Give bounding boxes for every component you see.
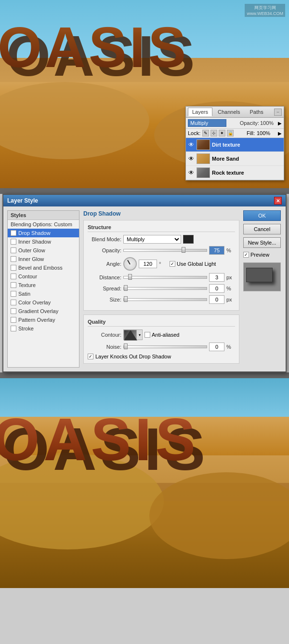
size-slider-thumb[interactable]: [124, 296, 128, 302]
layer-style-dialog: Layer Style ✕ Styles Blending Options: C…: [2, 194, 287, 372]
inner-glow-item[interactable]: Inner Glow: [8, 255, 79, 263]
spread-slider-thumb[interactable]: [124, 285, 128, 291]
angle-row: Angle: 120 ° ✓ Use Global Light: [88, 257, 235, 271]
stroke-label: Stroke: [18, 326, 34, 331]
layer-knocks-checkbox[interactable]: ✓: [88, 354, 93, 359]
lock-label: Lock:: [188, 130, 200, 136]
contour-item[interactable]: Contour: [8, 272, 79, 281]
noise-slider-thumb[interactable]: [124, 343, 128, 349]
stroke-item[interactable]: Stroke: [8, 324, 79, 333]
blend-mode-dropdown[interactable]: Multiply: [123, 235, 181, 244]
texture-item[interactable]: Texture: [8, 281, 79, 289]
angle-value-box[interactable]: 120: [139, 260, 157, 268]
cancel-button[interactable]: Cancel: [243, 224, 281, 234]
lock-icon-1[interactable]: ✎: [202, 130, 209, 137]
layer-thumb-dirt: [197, 139, 210, 150]
satin-item[interactable]: Satin: [8, 289, 79, 298]
lock-icon-4[interactable]: 🔒: [227, 130, 234, 137]
pattern-overlay-label: Pattern Overlay: [18, 317, 55, 323]
opacity-arrow[interactable]: ▶: [278, 121, 282, 126]
layer-thumb-sand: [197, 153, 210, 164]
pattern-overlay-item[interactable]: Pattern Overlay: [8, 315, 79, 324]
blend-mode-color-swatch[interactable]: [183, 235, 194, 244]
color-overlay-item[interactable]: Color Overlay: [8, 298, 79, 307]
bevel-emboss-label: Bevel and Emboss: [18, 265, 63, 271]
preview-box: [246, 268, 273, 282]
contour-preview[interactable]: [123, 329, 137, 340]
tab-layers[interactable]: Layers: [188, 108, 212, 116]
inner-glow-label: Inner Glow: [18, 256, 44, 262]
layer-eye-rock[interactable]: 👁: [188, 169, 195, 176]
layer-row-sand[interactable]: 👁 More Sand: [186, 152, 284, 166]
structure-group-title: Structure: [88, 224, 235, 232]
angle-label: Angle:: [88, 261, 121, 267]
gradient-overlay-checkbox[interactable]: [11, 308, 16, 314]
contour-setting-label: Contour:: [88, 332, 121, 338]
contour-checkbox[interactable]: [11, 274, 16, 279]
settings-area: Drop Shadow Structure Blend Mode: Multip…: [83, 210, 239, 368]
inner-shadow-checkbox[interactable]: [11, 239, 16, 245]
inner-shadow-label: Inner Shadow: [18, 239, 51, 245]
texture-checkbox[interactable]: [11, 282, 16, 288]
drop-shadow-checkbox[interactable]: ✓: [11, 230, 16, 236]
layer-row-rock[interactable]: 👁 Rock texture: [186, 166, 284, 180]
outer-glow-checkbox[interactable]: [11, 247, 16, 253]
distance-row: Distance: 3 px: [88, 273, 235, 282]
tab-channels[interactable]: Channels: [213, 108, 244, 116]
fill-arrow[interactable]: ▶: [278, 131, 282, 136]
preview-checkbox[interactable]: ✓: [243, 252, 249, 258]
layer-eye-dirt[interactable]: 👁: [188, 141, 195, 148]
gradient-overlay-label: Gradient Overlay: [18, 308, 58, 314]
new-style-button[interactable]: New Style...: [243, 237, 281, 248]
angle-dial[interactable]: [123, 257, 137, 271]
noise-row: Noise: 0 %: [88, 343, 235, 351]
distance-slider[interactable]: [123, 276, 207, 279]
layer-row-dirt[interactable]: 👁 Dirt texture: [186, 138, 284, 152]
outer-glow-item[interactable]: Outer Glow: [8, 246, 79, 255]
styles-panel: Styles Blending Options: Custom ✓ Drop S…: [7, 210, 79, 368]
blend-mode-select[interactable]: Multiply: [188, 119, 226, 127]
ok-button[interactable]: OK: [243, 210, 281, 221]
spread-value-box[interactable]: 0: [209, 284, 224, 293]
dialog-title: Layer Style: [7, 197, 38, 204]
noise-value-box[interactable]: 0: [209, 343, 224, 351]
tab-paths[interactable]: Paths: [246, 108, 268, 116]
layers-panel-close[interactable]: −: [274, 109, 282, 116]
noise-slider[interactable]: [123, 345, 207, 348]
fill-value: 100%: [257, 130, 276, 136]
spread-slider[interactable]: [123, 287, 207, 290]
bevel-emboss-item[interactable]: Bevel and Emboss: [8, 263, 79, 272]
inner-shadow-item[interactable]: Inner Shadow: [8, 237, 79, 246]
opacity-slider-thumb[interactable]: [182, 247, 185, 253]
distance-slider-thumb[interactable]: [128, 274, 132, 280]
opacity-value-box[interactable]: 75: [209, 246, 224, 255]
styles-header-item[interactable]: Styles: [8, 211, 79, 220]
opacity-slider[interactable]: [123, 249, 207, 252]
top-image-section: OASIS OASIS Layers Channels Paths − Mult…: [0, 0, 289, 188]
texture-label: Texture: [18, 282, 36, 288]
lock-icon-2[interactable]: ⊹: [210, 130, 217, 137]
pattern-overlay-checkbox[interactable]: [11, 317, 16, 323]
size-slider[interactable]: [123, 298, 207, 301]
dialog-close-button[interactable]: ✕: [274, 197, 282, 205]
contour-dropdown-arrow[interactable]: ▾: [137, 329, 143, 340]
oasis-bottom-main: OASIS: [0, 405, 199, 474]
blending-options-item[interactable]: Blending Options: Custom: [8, 220, 79, 229]
inner-glow-checkbox[interactable]: [11, 256, 16, 262]
layer-eye-sand[interactable]: 👁: [188, 155, 195, 162]
lock-icon-3[interactable]: ✦: [219, 130, 225, 137]
size-value-box[interactable]: 0: [209, 295, 224, 304]
distance-value-box[interactable]: 3: [209, 273, 224, 282]
dialog-titlebar: Layer Style ✕: [3, 195, 286, 206]
satin-checkbox[interactable]: [11, 291, 16, 297]
gradient-overlay-item[interactable]: Gradient Overlay: [8, 307, 79, 315]
drop-shadow-item[interactable]: ✓ Drop Shadow: [8, 229, 79, 237]
use-global-light-checkbox[interactable]: ✓: [170, 261, 175, 267]
anti-aliased-checkbox[interactable]: [144, 332, 150, 338]
stroke-checkbox[interactable]: [11, 326, 16, 331]
layer-name-dirt: Dirt texture: [212, 142, 240, 148]
blend-mode-row: Blend Mode: Multiply: [88, 235, 235, 244]
use-global-light-label: Use Global Light: [177, 261, 216, 267]
color-overlay-checkbox[interactable]: [11, 300, 16, 305]
bevel-emboss-checkbox[interactable]: [11, 265, 16, 271]
